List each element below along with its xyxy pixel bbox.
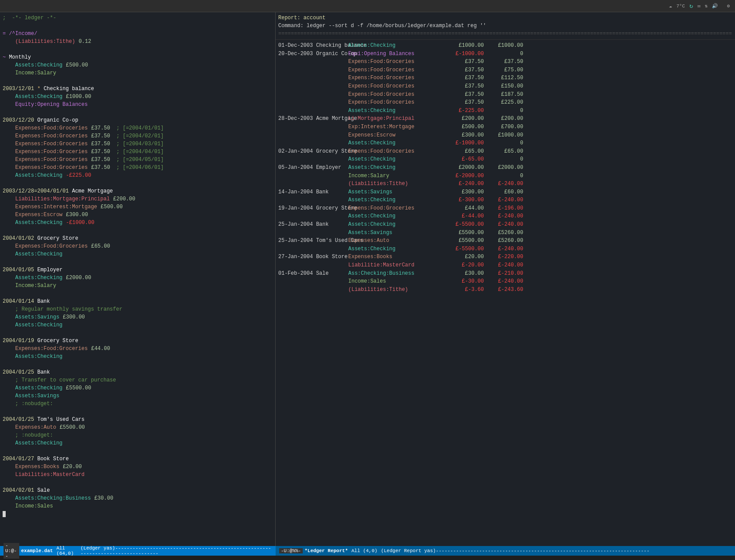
right-mode2: (Ledger Report yas)---------------------… (381, 548, 650, 553)
report-row: Liabilitie:MasterCard£-20.00£-240.00 (278, 261, 732, 270)
left-line-2: = /^Income/ (3, 30, 273, 38)
left-line-26: Assets:Checking-£1000.00 (3, 219, 273, 227)
left-line-0: ; -*- ledger -*- (3, 14, 273, 22)
left-line-56: 2004/01/27 Book Store (3, 455, 273, 463)
left-mode: -U:@-- (4, 543, 19, 559)
report-row: Income:Salary£-2000.000 (278, 172, 732, 180)
left-status-bar: -U:@-- example.dat All (64,0) (Ledger ya… (0, 546, 276, 556)
left-line-28: 2004/01/02 Grocery Store (3, 234, 273, 242)
left-line-63 (3, 510, 273, 518)
left-line-51: 2004/01/25 Tom's Used Cars (3, 416, 273, 424)
report-row: Expenses:Escrow£300.00£1000.00 (278, 131, 732, 140)
weather-icon: ☁ (669, 3, 672, 9)
left-line-33: Assets:Checking£2000.00 (3, 274, 273, 282)
left-line-9: 2003/12/01 * Checking balance (3, 85, 273, 93)
report-command: Command: ledger --sort d -f /home/borbus… (278, 22, 732, 30)
left-line-30: Assets:Checking (3, 250, 273, 258)
left-fileinfo: All (64,0) (56, 546, 77, 556)
report-divider: ========================================… (278, 30, 732, 38)
weather-temp: 7°C (676, 4, 685, 9)
left-line-46: ; Transfer to cover car purchase (3, 376, 273, 384)
status-bar-bottom: -U:@-- example.dat All (64,0) (Ledger ya… (0, 546, 735, 556)
left-line-32: 2004/01/05 Employer (3, 266, 273, 274)
left-line-31 (3, 258, 273, 266)
report-row: Expens:Food:Groceries£37.50£225.00 (278, 98, 732, 107)
left-pane: ; -*- ledger -*- = /^Income/ (Liabilitie… (0, 12, 276, 546)
left-line-57: Expenses:Books£20.00 (3, 463, 273, 471)
report-row: Assets:Checking£-1000.000 (278, 139, 732, 147)
refresh-icon[interactable]: ↻ (690, 2, 693, 10)
left-line-14: Expenses:Food:Groceries£37.50 ; [=2004/0… (3, 124, 273, 132)
left-line-12 (3, 108, 273, 116)
left-line-55 (3, 447, 273, 455)
report-row: Assets:Checking£-300.00£-240.00 (278, 196, 732, 204)
left-line-8 (3, 77, 273, 85)
left-line-37: ; Regular monthly savings transfer (3, 305, 273, 313)
left-line-15: Expenses:Food:Groceries£37.50 ; [=2004/0… (3, 132, 273, 140)
left-line-53: ; :nobudget: (3, 431, 273, 439)
report-row: Assets:Checking£-65.000 (278, 155, 732, 164)
report-row: 02-Jan-2004 Grocery StoreExpens:Food:Gro… (278, 147, 732, 156)
report-row: 25-Jan-2004 Tom's Used CarsExpenses:Auto… (278, 237, 732, 245)
mail-icon[interactable]: ✉ (697, 3, 700, 9)
left-line-61: Assets:Checking:Business£30.00 (3, 494, 273, 502)
left-line-39: Assets:Checking (3, 321, 273, 329)
report-table: 01-Dec-2003 Checking balanceAssets:Check… (276, 40, 735, 295)
left-line-54: Assets:Checking (3, 439, 273, 447)
left-line-41: 2004/01/19 Grocery Store (3, 337, 273, 345)
left-line-24: Expenses:Interest:Mortgage£500.00 (3, 203, 273, 211)
report-row: 27-Jan-2004 Book StoreExpenses:Books£20.… (278, 253, 732, 261)
report-row: Expens:Food:Groceries£37.50£37.50 (278, 58, 732, 66)
report-row: 14-Jan-2004 BankAssets:Savings£300.00£60… (278, 188, 732, 196)
left-line-29: Expenses:Food:Groceries£65.00 (3, 242, 273, 250)
right-filename: *Ledger Report* (304, 548, 348, 553)
report-row: Assets:Checking£-225.000 (278, 107, 732, 115)
left-line-17: Expenses:Food:Groceries£37.50 ; [=2004/0… (3, 148, 273, 156)
left-line-62: Income:Sales (3, 502, 273, 510)
title-bar-right: ☁ 7°C ↻ ✉ ⇅ 🔊 ⚙ (669, 2, 730, 10)
report-row: Exp:Interest:Mortgage£500.00£700.00 (278, 123, 732, 131)
left-line-11: Equity:Opening Balances (3, 101, 273, 108)
report-row: (Liabilities:Tithe)£-240.00£-240.00 (278, 180, 732, 188)
left-line-18: Expenses:Food:Groceries£37.50 ; [=2004/0… (3, 156, 273, 164)
left-line-38: Assets:Savings£300.00 (3, 313, 273, 321)
report-row: Expens:Food:Groceries£37.50£112.50 (278, 74, 732, 82)
left-line-23: Liabilities:Mortgage:Principal£200.00 (3, 195, 273, 203)
report-row: Assets:Checking£-44.00£-240.00 (278, 212, 732, 220)
report-row: Expens:Food:Groceries£37.50£187.50 (278, 91, 732, 99)
left-line-20: Assets:Checking-£225.00 (3, 172, 273, 179)
left-line-52: Expenses:Auto£5500.00 (3, 424, 273, 431)
report-row: Income:Sales£-30.00£-240.00 (278, 277, 732, 286)
report-row: 01-Dec-2003 Checking balanceAssets:Check… (278, 42, 732, 50)
settings-icon[interactable]: ⚙ (727, 3, 730, 9)
report-row: 05-Jan-2004 EmployerAssets:Checking£2000… (278, 164, 732, 172)
left-line-40 (3, 329, 273, 337)
report-row: Assets:Checking£-5500.00£-240.00 (278, 245, 732, 253)
left-line-13: 2003/12/20 Organic Co-op (3, 116, 273, 124)
left-line-27 (3, 227, 273, 234)
left-line-10: Assets:Checking£1000.00 (3, 93, 273, 101)
left-line-16: Expenses:Food:Groceries£37.50 ; [=2004/0… (3, 140, 273, 148)
left-line-25: Expenses:Escrow£300.00 (3, 211, 273, 219)
left-line-3: (Liabilities:Tithe)0.12 (3, 38, 273, 46)
right-mode: -U:@%%- (279, 548, 303, 553)
left-line-5: ~ Monthly (3, 53, 273, 61)
right-status-bar: -U:@%%- *Ledger Report* All (4,0) (Ledge… (276, 546, 735, 556)
report-row: 25-Jan-2004 BankAssets:Checking£-5500.00… (278, 220, 732, 229)
main-container: ; -*- ledger -*- = /^Income/ (Liabilitie… (0, 12, 735, 546)
report-row: 28-Dec-2003 Acme MortgageLi:Mortgage:Pri… (278, 115, 732, 123)
report-row: Assets:Savings£5500.00£5260.00 (278, 229, 732, 237)
left-line-6: Assets:Checking£500.00 (3, 61, 273, 69)
speaker-icon[interactable]: 🔊 (712, 3, 718, 9)
right-pane: Report: account Command: ledger --sort d… (276, 12, 735, 546)
report-row: Expens:Food:Groceries£37.50£150.00 (278, 82, 732, 91)
left-line-21 (3, 179, 273, 187)
report-header: Report: account Command: ledger --sort d… (276, 12, 735, 40)
left-line-44 (3, 360, 273, 368)
report-title: Report: account (278, 14, 732, 22)
left-line-59 (3, 479, 273, 486)
left-line-22: 2003/12/28=2004/01/01 Acme Mortgage (3, 187, 273, 195)
left-line-19: Expenses:Food:Groceries£37.50 ; [=2004/0… (3, 164, 273, 172)
left-line-60: 2004/02/01 Sale (3, 486, 273, 494)
left-line-4 (3, 46, 273, 53)
